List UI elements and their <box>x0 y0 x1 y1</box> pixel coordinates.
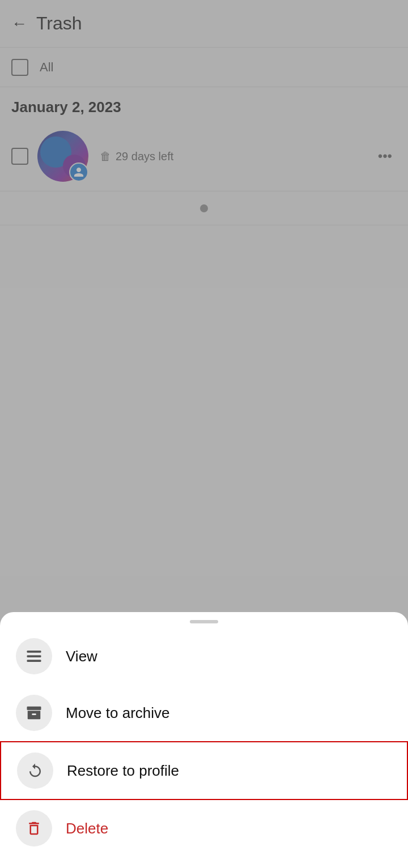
sheet-handle-row <box>0 612 408 628</box>
restore-icon-circle <box>17 752 53 789</box>
view-icon-circle <box>16 638 52 674</box>
svg-rect-0 <box>27 651 41 653</box>
delete-icon-circle <box>16 810 52 846</box>
svg-rect-3 <box>27 707 41 710</box>
menu-item-delete[interactable]: Delete <box>0 800 408 857</box>
svg-rect-2 <box>27 660 41 662</box>
view-label: View <box>66 648 97 665</box>
menu-item-restore[interactable]: Restore to profile <box>0 741 408 800</box>
archive-icon <box>26 704 42 721</box>
delete-label: Delete <box>66 820 108 837</box>
sheet-handle <box>190 620 218 623</box>
delete-icon <box>26 820 42 837</box>
archive-icon-circle <box>16 695 52 731</box>
view-icon <box>26 648 42 665</box>
restore-label: Restore to profile <box>67 762 179 780</box>
svg-rect-1 <box>27 655 41 657</box>
bottom-sheet: View Move to archive Restore to profile … <box>0 612 408 868</box>
menu-item-archive[interactable]: Move to archive <box>0 685 408 741</box>
restore-icon <box>27 762 44 779</box>
menu-item-view[interactable]: View <box>0 628 408 685</box>
svg-rect-4 <box>32 713 36 715</box>
archive-label: Move to archive <box>66 704 170 722</box>
